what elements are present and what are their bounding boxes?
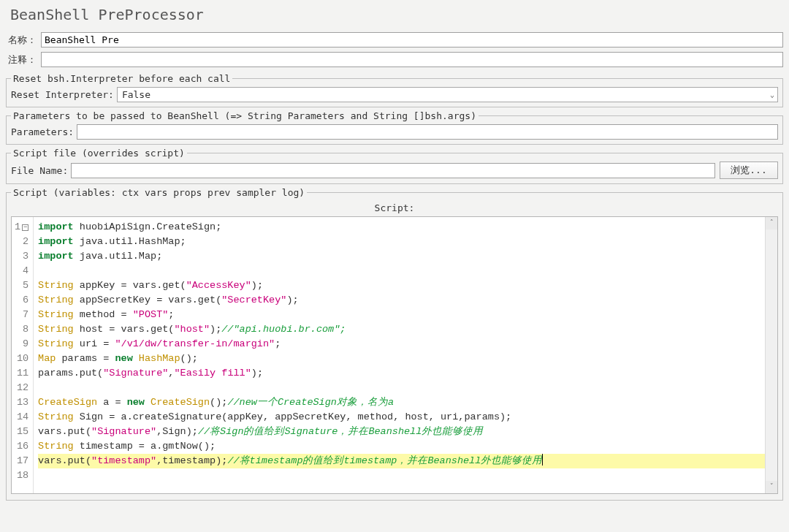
panel-title: BeanShell PreProcessor xyxy=(0,0,789,31)
script-group: Script (variables: ctx vars props prev s… xyxy=(6,187,783,501)
comments-label: 注释： xyxy=(6,53,41,66)
code-line[interactable]: Map params = new HashMap(); xyxy=(38,352,773,366)
scroll-up-icon[interactable]: ˄ xyxy=(766,217,777,229)
code-line[interactable]: String method = "POST"; xyxy=(38,308,773,322)
parameters-group: Parameters to be passed to BeanShell (=>… xyxy=(6,110,783,145)
script-header-label: Script: xyxy=(11,201,778,216)
reset-interpreter-value: False xyxy=(122,89,150,100)
code-line[interactable]: CreateSign a = new CreateSign();//new一个C… xyxy=(38,395,773,410)
chevron-down-icon: ⌄ xyxy=(770,91,774,99)
code-line[interactable]: String timestamp = a.gmtNow(); xyxy=(38,439,773,454)
code-line[interactable]: import java.util.HashMap; xyxy=(38,235,773,249)
parameters-input[interactable] xyxy=(77,124,778,140)
comments-row: 注释： xyxy=(0,50,789,70)
editor-scrollbar[interactable]: ˄ ˅ xyxy=(765,217,777,493)
code-line[interactable] xyxy=(38,468,773,483)
filename-input[interactable] xyxy=(71,163,715,178)
code-line[interactable]: String Sign = a.createSignature(appKey, … xyxy=(38,410,773,425)
name-row: 名称： xyxy=(0,31,789,50)
code-line[interactable]: String host = vars.get("host");//"api.hu… xyxy=(38,322,773,337)
code-line[interactable] xyxy=(38,381,773,395)
scriptfile-group: Script file (overrides script) File Name… xyxy=(6,148,783,184)
code-line[interactable]: vars.put("timestamp",timestamp);//将times… xyxy=(38,454,773,468)
reset-interpreter-label: Reset Interpreter: xyxy=(11,89,117,100)
reset-interpreter-select[interactable]: False ⌄ xyxy=(117,87,778,102)
comments-input[interactable] xyxy=(41,52,783,67)
code-line[interactable] xyxy=(38,264,773,278)
name-label: 名称： xyxy=(6,34,41,47)
code-line[interactable]: String uri = "/v1/dw/transfer-in/margin"… xyxy=(38,337,773,352)
code-line[interactable]: import huobiApiSign.CreateSign; xyxy=(38,220,773,235)
name-input[interactable] xyxy=(41,32,783,48)
code-line[interactable]: vars.put("Signature",Sign);//将Sign的值给到Si… xyxy=(38,425,773,439)
code-line[interactable]: params.put("Signature","Easily fill"); xyxy=(38,366,773,381)
code-line[interactable]: String appSecretKey = vars.get("SecretKe… xyxy=(38,293,773,308)
script-editor[interactable]: 1−23456789101112131415161718 import huob… xyxy=(11,216,778,494)
browse-button[interactable]: 浏览... xyxy=(720,162,778,179)
editor-code[interactable]: import huobiApiSign.CreateSign;import ja… xyxy=(34,217,777,493)
editor-gutter: 1−23456789101112131415161718 xyxy=(12,217,34,493)
scriptfile-legend: Script file (overrides script) xyxy=(11,148,187,159)
reset-interpreter-legend: Reset bsh.Interpreter before each call xyxy=(11,73,232,84)
script-legend: Script (variables: ctx vars props prev s… xyxy=(11,187,307,198)
scroll-down-icon[interactable]: ˅ xyxy=(766,481,777,493)
reset-interpreter-group: Reset bsh.Interpreter before each call R… xyxy=(6,73,783,107)
code-line[interactable]: import java.util.Map; xyxy=(38,249,773,264)
filename-label: File Name: xyxy=(11,165,71,176)
code-line[interactable]: String appKey = vars.get("AccessKey"); xyxy=(38,278,773,293)
parameters-label: Parameters: xyxy=(11,126,77,137)
parameters-legend: Parameters to be passed to BeanShell (=>… xyxy=(11,110,479,121)
